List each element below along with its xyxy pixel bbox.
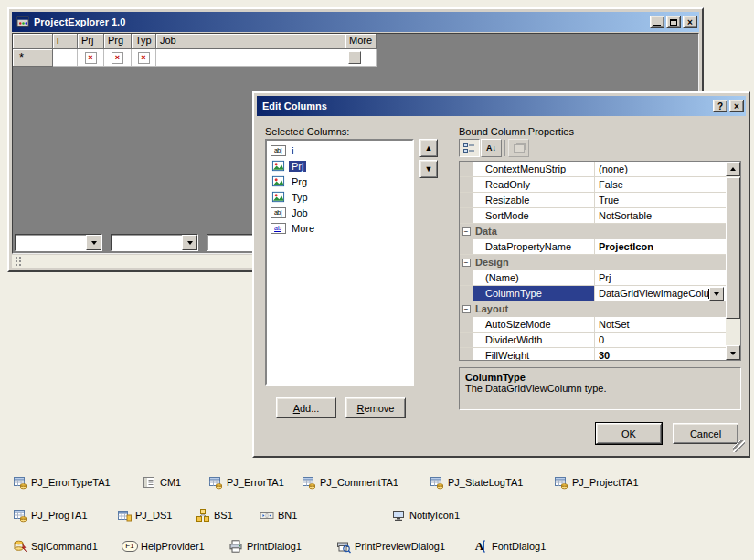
cell-typ[interactable]: × — [132, 49, 156, 67]
property-row[interactable]: ContextMenuStrip (none) — [460, 162, 726, 177]
property-pages-button[interactable] — [508, 139, 529, 157]
component-item[interactable]: SqlCommand1 — [13, 538, 98, 554]
column-header-prj[interactable]: Prj — [78, 34, 104, 49]
maximize-button[interactable] — [666, 16, 681, 28]
property-row[interactable]: (Name) Prj — [460, 270, 726, 286]
scrollbar-thumb[interactable] — [726, 177, 740, 319]
scroll-down-button[interactable] — [726, 345, 740, 360]
ok-button[interactable]: OK — [596, 423, 662, 444]
property-value[interactable]: False — [595, 177, 726, 192]
dropdown-button[interactable] — [182, 235, 197, 250]
property-value[interactable]: 30 — [595, 348, 726, 361]
list-item-i[interactable]: ab| i — [267, 143, 412, 158]
column-header-prg[interactable]: Prg — [104, 34, 132, 49]
collapse-icon[interactable]: − — [462, 259, 471, 267]
category-row[interactable]: − Data — [460, 224, 726, 239]
property-value[interactable]: True — [595, 193, 726, 207]
list-item-prg[interactable]: Prg — [267, 174, 412, 189]
component-item[interactable]: PJ_DS1 — [117, 507, 172, 523]
property-row[interactable]: DataPropertyName ProjectIcon — [460, 239, 726, 255]
property-value[interactable]: 0 — [595, 333, 726, 347]
categorized-button[interactable] — [459, 139, 480, 157]
category-row[interactable]: − Design — [460, 255, 726, 270]
component-item[interactable]: CM1 — [142, 474, 181, 490]
column-header-i[interactable]: i — [53, 34, 78, 49]
property-name[interactable]: AutoSizeMode — [473, 317, 595, 332]
component-item[interactable]: PJ_ProjectTA1 — [554, 474, 639, 490]
property-name[interactable]: ReadOnly — [473, 177, 595, 192]
property-value[interactable]: Prj — [595, 270, 726, 285]
component-item[interactable]: PJ_ProgTA1 — [13, 507, 88, 523]
property-name[interactable]: Resizable — [473, 193, 595, 207]
component-item[interactable]: PJ_CommentTA1 — [302, 474, 398, 490]
cell-prj[interactable]: × — [78, 49, 104, 67]
cancel-button[interactable]: Cancel — [673, 423, 738, 444]
component-item[interactable]: PJ_ErrorTA1 — [208, 474, 284, 490]
list-item-job[interactable]: ab| Job — [267, 205, 412, 220]
component-item[interactable]: BS1 — [196, 507, 233, 523]
component-item[interactable]: PrintDialog1 — [228, 538, 302, 554]
property-name[interactable]: DividerWidth — [473, 333, 595, 347]
add-button[interactable]: Add... — [276, 397, 336, 418]
dropdown-button[interactable] — [709, 287, 724, 301]
resize-grip[interactable] — [733, 440, 745, 452]
component-item[interactable]: NotifyIcon1 — [391, 507, 460, 523]
minimize-button[interactable] — [650, 16, 664, 28]
scroll-up-button[interactable] — [726, 162, 740, 176]
cell-job[interactable] — [156, 49, 345, 67]
cell-i[interactable] — [53, 49, 78, 67]
collapse-icon[interactable]: − — [462, 227, 471, 236]
selected-columns-list[interactable]: ab| i Prj Prg Typ ab| Job — [265, 139, 414, 386]
property-value[interactable]: (none) — [595, 162, 726, 176]
datagridview[interactable]: i Prj Prg Typ Job More * × × × — [13, 34, 377, 67]
component-item[interactable]: BN1 — [260, 507, 297, 523]
component-item[interactable]: PJ_ErrorTypeTA1 — [13, 474, 111, 490]
component-item[interactable]: PrintPreviewDialog1 — [336, 538, 445, 554]
move-up-button[interactable]: ▲ — [419, 139, 438, 157]
category-row[interactable]: − Layout — [460, 301, 726, 317]
component-item[interactable]: A FontDialog1 — [473, 538, 546, 554]
property-name[interactable]: SortMode — [473, 208, 595, 223]
property-row[interactable]: Resizable True — [460, 193, 726, 208]
column-header-job[interactable]: Job — [156, 34, 345, 49]
property-row[interactable]: DividerWidth 0 — [460, 333, 726, 348]
column-header-typ[interactable]: Typ — [132, 34, 156, 49]
property-row-selected[interactable]: ColumnType DataGridViewImageColumn — [460, 286, 726, 301]
vertical-scrollbar[interactable] — [726, 162, 740, 360]
dialog-close-button[interactable]: × — [729, 100, 744, 112]
cell-more[interactable] — [345, 49, 377, 67]
grip-icon[interactable] — [16, 257, 21, 266]
column-header-more[interactable]: More — [345, 34, 377, 49]
combobox-1[interactable] — [15, 234, 102, 251]
new-row-header[interactable]: * — [13, 49, 53, 67]
property-value[interactable]: NotSet — [595, 317, 726, 332]
property-name[interactable]: ColumnType — [473, 286, 595, 301]
property-name[interactable]: ContextMenuStrip — [473, 162, 595, 176]
property-row[interactable]: ReadOnly False — [460, 177, 726, 193]
main-window-titlebar[interactable]: ProjectExplorer 1.0 × — [12, 12, 699, 32]
property-row[interactable]: SortMode NotSortable — [460, 208, 726, 224]
property-row[interactable]: AutoSizeMode NotSet — [460, 317, 726, 333]
grid-corner-cell[interactable] — [13, 34, 53, 49]
close-button[interactable]: × — [683, 16, 697, 28]
list-item-prj[interactable]: Prj — [267, 158, 412, 174]
collapse-icon[interactable]: − — [462, 305, 471, 313]
list-item-typ[interactable]: Typ — [267, 189, 412, 205]
cell-prg[interactable]: × — [104, 49, 132, 67]
property-value[interactable]: NotSortable — [595, 208, 726, 223]
property-row[interactable]: FillWeight 30 — [460, 348, 726, 361]
alphabetical-button[interactable]: A↓ — [481, 139, 502, 157]
property-name[interactable]: FillWeight — [473, 348, 595, 361]
help-button[interactable]: ? — [713, 100, 727, 112]
component-item[interactable]: PJ_StateLogTA1 — [430, 474, 523, 490]
dropdown-button[interactable] — [86, 235, 101, 250]
property-name[interactable]: (Name) — [473, 270, 595, 285]
dialog-titlebar[interactable]: Edit Columns ? × — [257, 96, 746, 116]
move-down-button[interactable]: ▼ — [419, 160, 438, 178]
remove-button[interactable]: Remove — [345, 397, 406, 418]
property-name[interactable]: DataPropertyName — [473, 239, 595, 254]
property-value-editor[interactable]: DataGridViewImageColumn — [595, 286, 726, 301]
combobox-2[interactable] — [111, 234, 198, 251]
component-item[interactable]: F1 HelpProvider1 — [122, 538, 205, 554]
list-item-more[interactable]: ab More — [267, 220, 412, 236]
